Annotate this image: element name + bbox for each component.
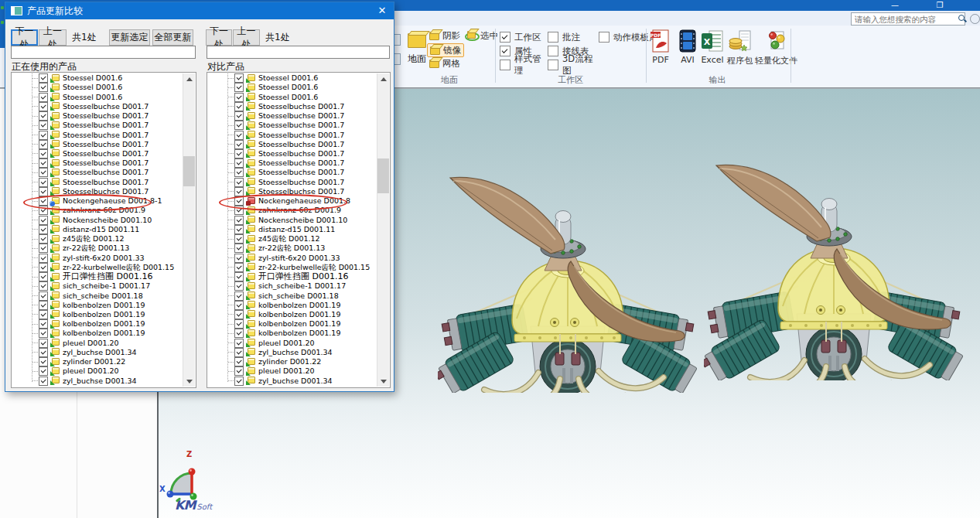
export-package-button[interactable]: 程序包 (727, 29, 753, 66)
scroll-down-button[interactable] (377, 375, 389, 387)
list-item[interactable]: kolbenbolzen D001.19 (208, 310, 377, 319)
item-checkbox[interactable] (234, 263, 244, 272)
update-all-button[interactable]: 全部更新 (152, 29, 193, 46)
item-checkbox[interactable] (39, 206, 48, 215)
list-item[interactable]: sich_scheibe-1 D001.17 (208, 281, 377, 291)
item-checkbox[interactable] (234, 149, 244, 158)
compare-product-list[interactable]: Stoessel D001.6 Stoessel D001.6 Stoessel… (207, 72, 391, 388)
item-checkbox[interactable] (234, 121, 244, 130)
item-checkbox[interactable] (234, 377, 244, 386)
item-checkbox[interactable] (39, 366, 48, 376)
item-checkbox[interactable] (39, 149, 48, 158)
right-prev-button[interactable]: 上一处 (233, 29, 260, 46)
list-item[interactable]: kolbenbolzen D001.19 (12, 319, 183, 329)
list-item[interactable]: z45齿轮 D001.12 (208, 234, 377, 244)
list-item[interactable]: 开口弹性挡圈 D001.16 (12, 272, 183, 281)
item-checkbox[interactable] (39, 187, 48, 196)
item-checkbox[interactable] (234, 310, 244, 319)
export-excel-button[interactable]: X Excel (701, 29, 724, 65)
left-prev-button[interactable]: 上一处 (39, 29, 67, 46)
item-checkbox[interactable] (234, 216, 244, 225)
list-item[interactable]: zahnkranz-60z D001.9 (12, 206, 183, 215)
list-item[interactable]: Stoesselbuchse D001.7 (12, 158, 183, 168)
list-item[interactable]: sich_scheibe D001.18 (12, 291, 183, 300)
item-checkbox[interactable] (234, 301, 244, 310)
item-checkbox[interactable] (39, 339, 48, 348)
left-next-button[interactable]: 下一处 (11, 29, 38, 46)
current-product-list[interactable]: Stoessel D001.6 Stoessel D001.6 Stoessel… (11, 72, 196, 388)
list-item[interactable]: zyl_buchse D001.34 (12, 377, 183, 386)
list-item[interactable]: 开口弹性挡圈 D001.16 (208, 272, 377, 281)
item-checkbox[interactable] (39, 93, 48, 102)
list-item[interactable]: Stoesselbuchse D001.7 (12, 102, 183, 111)
item-checkbox[interactable] (234, 319, 244, 329)
list-item[interactable]: zyl_buchse D001.34 (208, 348, 377, 357)
item-checkbox[interactable] (39, 357, 48, 366)
item-checkbox[interactable] (234, 140, 244, 149)
item-checkbox[interactable] (234, 206, 244, 215)
export-pdf-button[interactable]: PDF PDF (650, 29, 671, 65)
list-item[interactable]: kolbenbolzen D001.19 (208, 319, 377, 329)
list-item[interactable]: zyl_buchse D001.34 (12, 348, 183, 357)
item-checkbox[interactable] (234, 111, 244, 121)
engine-model-left[interactable] (438, 167, 698, 393)
item-checkbox[interactable] (234, 357, 244, 366)
item-checkbox[interactable] (39, 291, 48, 301)
list-item[interactable]: sich_scheibe D001.18 (208, 291, 377, 300)
search-input[interactable] (852, 15, 958, 24)
item-checkbox[interactable] (39, 178, 48, 187)
list-item[interactable]: z45齿轮 D001.12 (12, 234, 183, 244)
ribbon-checkbox[interactable]: 工作区 (500, 32, 548, 43)
list-item[interactable]: distanz-d15 D001.11 (12, 225, 183, 234)
item-checkbox[interactable] (234, 93, 244, 102)
item-checkbox[interactable] (39, 196, 48, 206)
list-item[interactable]: kolbenbolzen D001.19 (208, 329, 377, 338)
ribbon-checkbox[interactable]: 批注 (548, 32, 599, 43)
maximize-button[interactable]: ❐ (930, 0, 950, 11)
item-checkbox[interactable] (234, 187, 244, 196)
coordinate-triad[interactable] (163, 458, 197, 503)
item-checkbox[interactable] (234, 178, 244, 187)
engine-model-right[interactable] (704, 155, 964, 380)
item-checkbox[interactable] (234, 102, 244, 111)
search-icon[interactable] (958, 15, 962, 23)
list-item[interactable]: Stoesselbuchse D001.7 (12, 187, 183, 196)
list-item[interactable]: Nockenscheibe D001.10 (208, 216, 377, 225)
global-search-box[interactable] (851, 12, 965, 26)
list-item[interactable]: Stoessel D001.6 (12, 73, 183, 83)
item-checkbox[interactable] (234, 196, 244, 206)
item-checkbox[interactable] (39, 158, 48, 168)
item-checkbox[interactable] (39, 73, 48, 83)
right-next-button[interactable]: 下一处 (206, 29, 232, 46)
ribbon-button-mirror[interactable]: 镜像 (427, 43, 464, 57)
list-item[interactable]: zyl-stift-6x20 D001.33 (12, 253, 183, 262)
item-checkbox[interactable] (39, 254, 48, 263)
item-checkbox[interactable] (234, 168, 244, 177)
list-item[interactable]: zyl_buchse D001.34 (208, 377, 377, 386)
item-checkbox[interactable] (39, 234, 48, 244)
list-item[interactable]: Stoesselbuchse D001.7 (208, 168, 377, 177)
list-item[interactable]: Stoesselbuchse D001.7 (208, 187, 377, 196)
scrollbar-thumb[interactable] (377, 158, 389, 193)
right-list-scrollbar[interactable] (377, 73, 389, 387)
list-item[interactable]: pleuel D001.20 (12, 366, 183, 376)
list-item[interactable]: Stoesselbuchse D001.7 (12, 140, 183, 149)
ground-big-button[interactable]: 地面 (404, 27, 430, 77)
list-item[interactable]: Stoesselbuchse D001.7 (208, 149, 377, 158)
item-checkbox[interactable] (39, 281, 48, 291)
ribbon-button-shadow[interactable]: 阴影 (427, 29, 463, 42)
list-item[interactable]: Stoesselbuchse D001.7 (12, 149, 183, 158)
list-item[interactable]: distanz-d15 D001.11 (208, 225, 377, 234)
item-checkbox[interactable] (39, 140, 48, 149)
item-checkbox[interactable] (234, 73, 244, 83)
list-item[interactable]: Stoesselbuchse D001.7 (208, 111, 377, 121)
list-item[interactable]: Stoesselbuchse D001.7 (12, 121, 183, 130)
item-checkbox[interactable] (39, 225, 48, 234)
right-filter-input[interactable] (207, 46, 390, 59)
item-checkbox[interactable] (39, 348, 48, 357)
item-checkbox[interactable] (234, 158, 244, 168)
list-item[interactable]: pleuel D001.20 (208, 339, 377, 348)
list-item[interactable]: Nockengehaeuse D001.8 (208, 196, 377, 206)
item-checkbox[interactable] (234, 131, 244, 140)
list-item[interactable]: Stoesselbuchse D001.7 (208, 158, 377, 168)
